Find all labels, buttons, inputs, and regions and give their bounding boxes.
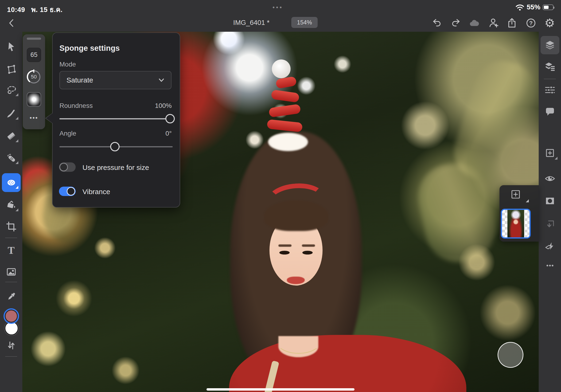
panel-comments[interactable] [539, 102, 561, 120]
clip-layer-button[interactable] [539, 216, 561, 233]
layer-effects-button[interactable] [539, 237, 561, 255]
tool-options-more-button[interactable]: ••• [23, 114, 45, 121]
photoshop-ipad-app: 10:49พ. 15 ธ.ค. ••• 55% IMG_6401 * 154% [0, 0, 561, 392]
status-right: 55% [515, 3, 553, 11]
chevron-left-icon [6, 18, 17, 28]
flyout-indicator [555, 157, 558, 160]
tool-sponge[interactable] [0, 174, 22, 192]
flyout-indicator [15, 161, 18, 164]
angle-slider[interactable] [59, 142, 173, 151]
move-cursor-icon [6, 41, 17, 52]
subject-eye [302, 251, 313, 254]
toolbar-divider [5, 238, 17, 238]
brush-icon [6, 108, 17, 119]
sponge-icon [6, 177, 17, 188]
clip-layer-icon [544, 219, 556, 230]
healing-bandage-icon [6, 152, 17, 163]
cloud-icon [469, 18, 480, 28]
tool-type[interactable]: T [0, 242, 22, 260]
tool-crop[interactable] [0, 218, 22, 236]
angle-label: Angle [59, 130, 76, 137]
selected-layer-thumbnail[interactable] [501, 209, 531, 239]
clock: 10:49 [7, 6, 25, 13]
document-title: IMG_6401 * [218, 19, 284, 27]
layer-mask-button[interactable] [539, 192, 561, 210]
app-switcher-dots-icon[interactable]: ••• [272, 4, 283, 11]
tool-transform[interactable] [0, 60, 22, 78]
adjustments-icon [544, 84, 556, 96]
back-button[interactable] [6, 17, 17, 29]
zoom-level-badge[interactable]: 154% [291, 17, 318, 28]
fx-lightning-icon [544, 240, 556, 252]
hat-base [268, 133, 308, 151]
help-icon: ? [526, 18, 536, 28]
subject-necklace [275, 326, 322, 354]
tool-healing[interactable] [0, 149, 22, 167]
brush-tip-preview[interactable] [27, 92, 41, 107]
brush-size-button[interactable]: 65 [27, 48, 41, 62]
roundness-slider-knob[interactable] [165, 114, 175, 123]
tool-eyedropper[interactable] [0, 288, 22, 305]
drag-handle[interactable] [27, 38, 41, 40]
angle-slider-knob[interactable] [110, 142, 119, 151]
chevron-down-icon [158, 77, 164, 83]
angle-value: 0° [165, 130, 172, 137]
flyout-indicator [15, 93, 18, 96]
more-options-button[interactable] [539, 257, 561, 274]
swap-colors-button[interactable] [0, 337, 22, 354]
left-toolbar: T [0, 32, 22, 392]
gear-icon: ⚙ [545, 17, 555, 29]
mode-dropdown[interactable]: Saturate [59, 71, 172, 89]
home-indicator[interactable] [206, 388, 355, 391]
subject-eyebrow [278, 244, 291, 247]
tool-place-image[interactable] [0, 263, 22, 281]
subject-eyebrow [302, 244, 315, 247]
tool-eraser[interactable] [0, 127, 22, 145]
battery-percent: 55% [527, 3, 540, 11]
undo-button[interactable] [431, 17, 442, 29]
help-button[interactable]: ? [525, 17, 537, 29]
add-collaborator-button[interactable] [488, 17, 499, 29]
touch-shortcut-button[interactable] [497, 342, 523, 368]
toolbar-divider [5, 356, 17, 357]
layers-icon [544, 40, 556, 51]
eyedropper-icon [6, 291, 17, 302]
panel-layers[interactable] [539, 36, 561, 54]
crop-icon [6, 221, 17, 232]
popup-tail [46, 113, 53, 123]
type-tool-icon: T [8, 245, 15, 256]
eraser-icon [6, 131, 17, 142]
panel-layer-properties[interactable] [539, 58, 561, 76]
date: พ. 15 ธ.ค. [31, 6, 63, 13]
vibrance-toggle[interactable] [59, 187, 76, 196]
redo-button[interactable] [450, 17, 461, 29]
roundness-slider[interactable] [59, 114, 173, 123]
layers-flyout-panel [499, 185, 539, 242]
image-icon [6, 266, 17, 278]
tool-move[interactable] [0, 38, 22, 56]
vibrance-label: Vibrance [82, 188, 110, 196]
add-layer-button[interactable] [511, 190, 520, 199]
add-button[interactable] [539, 144, 561, 162]
ellipsis-icon [544, 260, 556, 271]
opacity-dial[interactable]: 50 [26, 69, 41, 84]
layer-visibility-button[interactable] [539, 170, 561, 187]
add-layer-plus-icon [511, 190, 520, 199]
share-button[interactable] [506, 17, 518, 29]
right-toolbar [539, 32, 561, 392]
redo-icon [450, 18, 461, 28]
settings-button[interactable]: ⚙ [544, 17, 555, 29]
hat-pompom [272, 59, 291, 78]
flyout-indicator [15, 139, 18, 142]
tool-lasso[interactable] [0, 81, 22, 99]
tool-fill[interactable] [0, 196, 22, 214]
add-plus-icon [544, 147, 556, 159]
foreground-color-swatch[interactable] [3, 308, 19, 324]
use-pressure-toggle[interactable] [59, 162, 76, 172]
panel-adjustments[interactable] [539, 81, 561, 99]
roundness-label: Roundness [59, 102, 93, 109]
status-time-date: 10:49พ. 15 ธ.ค. [7, 4, 63, 15]
tool-brush[interactable] [0, 105, 22, 122]
cloud-sync-button[interactable] [469, 17, 480, 29]
tool-options-bar[interactable]: 65 50 ••• [23, 34, 45, 129]
